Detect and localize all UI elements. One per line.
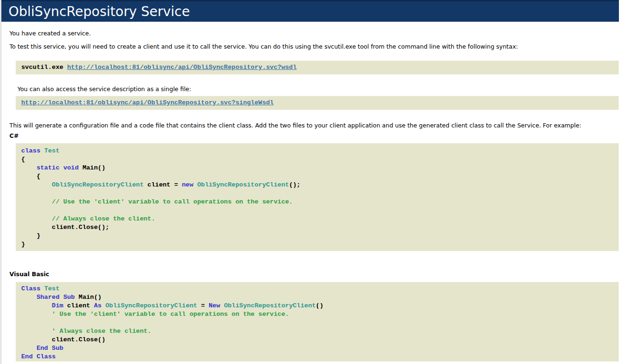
code-line: Class Test: [21, 285, 613, 293]
svcutil-command-prefix: svcutil.exe: [21, 64, 67, 71]
created-service-text: You have created a service.: [9, 30, 619, 37]
single-wsdl-link[interactable]: http://localhost:81/oblisync/api/ObliSyn…: [21, 99, 274, 106]
service-help-page: ObliSyncRepository Service You have crea…: [1, 0, 619, 362]
code-line: [21, 189, 613, 198]
code-line: ObliSyncRepositoryClient client = new Ob…: [21, 181, 613, 189]
code-line: static void Main(): [21, 164, 613, 172]
test-instructions-text: To test this service, you will need to c…: [9, 43, 619, 50]
csharp-label: C#: [9, 132, 619, 139]
page-title: ObliSyncRepository Service: [8, 2, 190, 21]
code-line: [21, 319, 613, 327]
wsdl-link[interactable]: http://localhost:81/oblisync/api/ObliSyn…: [67, 64, 296, 71]
code-line: ' Use the 'client' variable to call oper…: [21, 310, 613, 319]
code-line: {: [21, 172, 613, 181]
code-line: }: [21, 232, 613, 240]
page-content: You have created a service. To test this…: [1, 30, 619, 362]
code-line: // Use the 'client' variable to call ope…: [21, 198, 613, 206]
code-line: {: [21, 155, 613, 164]
single-file-note: You can also access the service descript…: [17, 85, 619, 93]
service-page-header: ObliSyncRepository Service: [1, 0, 619, 22]
code-line: class Test: [21, 147, 613, 155]
code-line: [21, 206, 613, 215]
code-line: End Sub: [21, 344, 613, 353]
single-wsdl-box: http://localhost:81/oblisync/api/ObliSyn…: [16, 96, 619, 110]
generate-note-text: This will generate a configuration file …: [9, 122, 619, 129]
code-line: client.Close();: [21, 223, 613, 232]
code-line: Dim client As ObliSyncRepositoryClient =…: [21, 302, 613, 310]
csharp-code-block: class Test{ static void Main() { ObliSyn…: [16, 143, 619, 251]
svcutil-command-box: svcutil.exe http://localhost:81/oblisync…: [16, 60, 619, 75]
code-line: // Always close the client.: [21, 215, 613, 223]
code-line: Shared Sub Main(): [21, 293, 613, 302]
code-line: ' Always close the client.: [21, 327, 613, 336]
vb-code-block: Class Test Shared Sub Main() Dim client …: [16, 282, 619, 362]
code-line: }: [21, 240, 613, 249]
visual-basic-label: Visual Basic: [9, 271, 619, 278]
code-line: client.Close(): [21, 336, 613, 344]
code-line: End Class: [21, 353, 613, 361]
